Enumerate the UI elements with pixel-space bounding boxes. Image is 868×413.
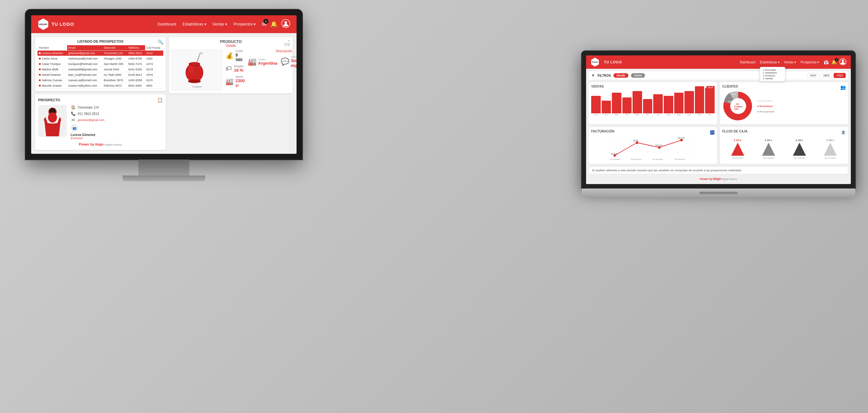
email-icon-btn[interactable]: ✉ 5	[262, 21, 267, 28]
laptop-calendar-icon[interactable]: 📅	[824, 60, 829, 65]
desktop-brand-logo: BRAND TU LOGO	[37, 19, 74, 30]
producto-subtitle: Detalle	[172, 44, 290, 48]
laptop-bell-icon-btn[interactable]: 🔔 3	[831, 60, 837, 65]
filter-desde-btn[interactable]: Desde	[614, 73, 628, 78]
svg-text:2da Semana: 2da Semana	[631, 158, 642, 160]
prospecto-edit-icon[interactable]: 📋	[157, 97, 163, 102]
producto-body: Imagen 💰 Costo $ 580	[172, 49, 290, 91]
nav-ventas[interactable]: Ventas ▾	[213, 22, 227, 26]
dropdown-vendedores[interactable]: ● Vendedores	[763, 71, 782, 74]
svg-marker-39	[824, 143, 837, 156]
sale-tag: SALE	[706, 86, 715, 89]
info-value: Sin especificació...	[291, 58, 297, 68]
prospecto-info: 🏠 Triunvirato 114 📞 011 3562-2813 ✉ gime	[71, 105, 163, 140]
laptop-poweredby: Power by itego Digital Factory	[589, 176, 848, 181]
legend-frecuentes: ● Frecuentes	[757, 99, 775, 102]
info-icon: 💬	[281, 58, 289, 66]
stat-costo: 💰 Costo $ 580	[225, 49, 245, 62]
table-row[interactable]: Martina Wellt martuwellt@gmail.com Junca…	[37, 67, 163, 72]
clientes-legend: ● Frecuentes ● Exclusivos ● Recuperados	[757, 99, 775, 113]
dropdown-clientes[interactable]: ● Clientes	[763, 77, 782, 80]
stock-value: 2300 U	[236, 78, 245, 88]
laptop: BRAND TU LOGO Dashboard Estadísticas ▾ ●…	[582, 51, 855, 198]
prospecto-email-row: ✉ gimenez@gmail.com	[71, 118, 163, 122]
analysis-box: El analisis referente a este periodo mue…	[589, 167, 848, 174]
avatar-icons: 👥	[71, 124, 163, 132]
facturacion-line-chart: $1.5 M $3 M $2.5 M $3.2 M 1ra Semana 2da…	[591, 136, 715, 160]
phone-icon: 📞	[71, 112, 76, 116]
avatar-group-icon: 👥	[71, 124, 78, 132]
user-icon-btn[interactable]	[281, 19, 290, 30]
legend-recuperados: ● Recuperados	[757, 110, 775, 113]
desktop-nav-icons: ✉ 5 🔔	[262, 19, 290, 30]
flujo-q3: $ 100 k 3er Trimestre	[792, 139, 807, 159]
clientes-chart-card: CLIENTES 👥	[720, 82, 848, 124]
prospecto-photo	[38, 105, 67, 137]
nav-dashboard[interactable]: Dashboard	[157, 22, 176, 26]
laptop-nav-dashboard[interactable]: Dashboard	[740, 60, 755, 64]
nav-estadisticas[interactable]: Estadísticas ▾	[183, 22, 206, 26]
desktop-left-panel: LISTADO DE PROSPECTOS 🔍 Nombre Email Dir…	[35, 37, 169, 150]
ventas-bar-chart: Ene Feb Mar	[591, 91, 715, 117]
svg-text:$3 M: $3 M	[633, 140, 638, 142]
laptop-user-icon-btn[interactable]	[839, 58, 846, 66]
facturacion-title: FACTURACIÓN	[591, 129, 614, 133]
laptop-nav-ventas[interactable]: Ventas ▾	[784, 60, 796, 64]
table-row[interactable]: Cesar Trunque trunquec@hotmail.com San M…	[37, 61, 163, 67]
monitor-stand	[138, 159, 189, 175]
ventas-chart-title: VENTAS	[591, 85, 604, 88]
stat-margen: 🏷 Margen 18 %	[225, 65, 245, 72]
date-btn-mes[interactable]: MES	[820, 73, 833, 78]
descripcion-row: 🏭 Origen Argentina 💬	[248, 55, 297, 68]
table-row[interactable]: Carlos Soza carlossoza@xmail.com Almagro…	[37, 56, 163, 61]
info-label: Información Adicional	[291, 55, 297, 58]
col-telefono: Telefono	[127, 45, 145, 51]
table-row[interactable]: Daniel Estevez dani_ex@hotmail.com Av. R…	[37, 72, 163, 78]
producto-image	[178, 52, 216, 84]
date-buttons: HOY MES AÑO	[807, 73, 846, 78]
svg-text:Compra: Compra	[734, 106, 743, 108]
margen-value: 18 %	[234, 68, 244, 72]
svg-point-10	[189, 66, 194, 73]
bell-icon-btn[interactable]: 🔔	[271, 21, 277, 28]
search-icon[interactable]: 🔍	[158, 39, 163, 45]
producto-title: PRODUCTO	[172, 39, 290, 44]
svg-point-12	[188, 79, 201, 83]
laptop-nav-prospectos[interactable]: Prospectos ▾	[801, 60, 819, 64]
bar-oct: Oct	[684, 91, 694, 116]
producto-stats: 💰 Costo $ 580 🏷 Margen	[225, 49, 245, 88]
table-row[interactable]: Marcelo Suarez suarez-m@yahoo.com Patric…	[37, 83, 163, 89]
brand-hexagon: BRAND	[37, 19, 49, 30]
laptop-brand-name: TU LOGO	[604, 60, 622, 64]
laptop-estadisticas-dropdown-wrapper: Estadísticas ▾ ● Sucursales ● Vendedores…	[760, 60, 779, 64]
flujo-q1: $ 150 k 1er Trimestre	[731, 139, 745, 159]
dropdown-productos[interactable]: ● Productos	[763, 74, 782, 77]
brand-name: TU LOGO	[52, 22, 74, 27]
table-row[interactable]: Sabrina Cuevas cuevas.sa@xmail.com Brand…	[37, 78, 163, 83]
svg-text:1ra: 1ra	[736, 103, 739, 105]
date-btn-ano[interactable]: AÑO	[834, 73, 846, 78]
svg-point-14	[842, 60, 844, 62]
svg-point-27	[680, 139, 683, 141]
flujo-title: FLUJO DE CAJA	[722, 129, 747, 133]
prospecto-name: Lorena Gimenez	[71, 133, 163, 137]
svg-text:$3.2 M: $3.2 M	[678, 137, 685, 139]
svg-point-26	[658, 146, 660, 149]
monitor-screen: BRAND TU LOGO Dashboard Estadísticas ▾ V…	[31, 15, 297, 154]
bar-jun: Jun	[643, 99, 653, 116]
desktop-right-panel: PRODUCTO Detalle 🛁	[169, 37, 293, 150]
dropdown-sucursales[interactable]: ● Sucursales	[763, 68, 782, 71]
date-btn-hoy[interactable]: HOY	[807, 73, 819, 78]
bottom-charts-row: FACTURACIÓN 🏧	[589, 127, 848, 164]
laptop-nav-estadisticas[interactable]: Estadísticas ▾	[760, 60, 779, 64]
producto-desc-area: Descripción 🏭 Origen Argentina	[248, 49, 297, 68]
col-nombre: Nombre	[37, 45, 67, 51]
filter-hasta-btn[interactable]: Hasta	[631, 73, 645, 78]
svg-text:10%: 10%	[732, 93, 736, 95]
table-row[interactable]: Lorena Gimenez gimenez@gmail.com Triunvi…	[37, 51, 163, 56]
producto-header: PRODUCTO Detalle	[172, 39, 290, 48]
col-email: Email	[67, 45, 103, 51]
svg-marker-38	[793, 143, 806, 156]
nav-prospectos[interactable]: Prospectos ▾	[234, 22, 255, 26]
estadisticas-dropdown: ● Sucursales ● Vendedores ● Productos ● …	[760, 67, 785, 82]
